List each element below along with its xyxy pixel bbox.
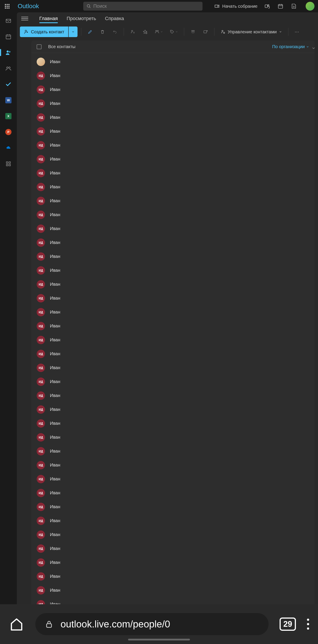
contact-avatar-initials: ИД	[37, 364, 45, 372]
contact-row[interactable]: ИДИван	[31, 152, 314, 166]
nav-toggle-button[interactable]	[21, 15, 28, 22]
start-meeting-button[interactable]: Начать собрание	[214, 3, 258, 9]
pencil-icon	[88, 29, 92, 34]
contact-row[interactable]: ИДИван	[31, 305, 314, 319]
contact-avatar-initials: ИД	[37, 294, 45, 302]
contact-row[interactable]: ИДИван	[31, 430, 314, 444]
manage-contacts-button[interactable]: Управление контактами	[218, 26, 285, 37]
contact-row[interactable]: ИДИван	[31, 583, 314, 597]
undo-icon	[112, 29, 117, 34]
contact-row[interactable]: ИДИван	[31, 277, 314, 291]
more-options-button[interactable]: ⋯	[292, 29, 302, 34]
rail-mail[interactable]	[4, 17, 12, 25]
search-box[interactable]	[83, 2, 202, 10]
add-to-group-button[interactable]	[152, 26, 166, 37]
contact-row[interactable]: ИДИван	[31, 347, 314, 361]
browser-menu-button[interactable]	[307, 618, 309, 630]
rail-groups[interactable]	[4, 64, 12, 72]
contact-row[interactable]: ИДИван	[31, 333, 314, 347]
undo-button[interactable]	[110, 26, 120, 37]
sort-button[interactable]: По организации	[272, 44, 309, 49]
contact-row[interactable]: ИДИван	[31, 96, 314, 110]
contact-row[interactable]: ИДИван	[31, 264, 314, 277]
edit-button[interactable]	[85, 26, 96, 37]
rail-todo[interactable]	[4, 80, 12, 88]
create-contact-dropdown[interactable]	[69, 26, 78, 37]
contact-row[interactable]: ИДИван	[31, 556, 314, 570]
contact-row[interactable]: ИДИван	[31, 291, 314, 305]
ribbon-collapse-button[interactable]	[312, 46, 316, 51]
browser-tabs-button[interactable]: 29	[280, 618, 296, 631]
contact-row[interactable]: ИДИван	[31, 319, 314, 333]
brand-logo[interactable]: Outlook	[18, 3, 39, 10]
add-category-button[interactable]	[167, 26, 180, 37]
contact-row[interactable]: ИДИван	[31, 402, 314, 416]
contact-row[interactable]: ИДИван	[31, 222, 314, 236]
contact-row[interactable]: ИДИван	[31, 514, 314, 528]
notes-button[interactable]	[290, 3, 297, 10]
contact-row[interactable]: ИДИван	[31, 138, 314, 152]
contact-row[interactable]: ИДИван	[31, 69, 314, 82]
url-bar[interactable]: outlook.live.com/people/0	[35, 613, 268, 635]
delete-button[interactable]	[97, 26, 108, 37]
tab-view[interactable]: Просмотреть	[67, 12, 96, 24]
contact-name: Иван	[50, 504, 60, 509]
tab-help[interactable]: Справка	[105, 12, 124, 24]
contact-row[interactable]: ИДИван	[31, 361, 314, 375]
contact-row[interactable]: ИДИван	[31, 180, 314, 194]
rail-powerpoint[interactable]: P	[4, 128, 12, 136]
teams-button[interactable]	[264, 3, 271, 10]
trash-icon	[100, 29, 105, 34]
contact-row[interactable]: ИДИван	[31, 458, 314, 472]
rail-word[interactable]: W	[4, 96, 12, 104]
contact-row[interactable]: ИДИван	[31, 388, 314, 402]
tab-home[interactable]: Главная	[39, 12, 58, 24]
rail-excel[interactable]: X	[4, 112, 12, 120]
contact-row[interactable]: ИДИван	[31, 82, 314, 96]
contact-row[interactable]: ИДИван	[31, 486, 314, 500]
contact-row[interactable]: ИДИван	[31, 444, 314, 458]
list-header: Все контакты По организации	[31, 40, 314, 53]
rail-more-apps[interactable]	[4, 160, 12, 168]
contact-row[interactable]: ИДИван	[31, 250, 314, 264]
contact-row[interactable]: ИДИван	[31, 194, 314, 208]
contact-row[interactable]: ИДИван	[31, 542, 314, 556]
contact-name: Иван	[50, 476, 60, 482]
contact-avatar-initials: ИД	[37, 586, 45, 594]
contact-row[interactable]: ИДИван	[31, 124, 314, 138]
link-contacts-button[interactable]	[188, 26, 198, 37]
app-launcher-button[interactable]	[4, 3, 10, 10]
contact-avatar-photo	[37, 58, 45, 66]
contact-name: Иван	[50, 518, 60, 523]
contact-row[interactable]: ИДИван	[31, 110, 314, 124]
rail-calendar[interactable]	[4, 33, 12, 40]
select-all-checkbox[interactable]	[37, 44, 42, 49]
people-group-icon	[154, 29, 160, 34]
contact-row[interactable]: ИДИван	[31, 208, 314, 222]
contact-avatar-initials: ИД	[37, 489, 45, 497]
contact-avatar-initials: ИД	[37, 419, 45, 428]
browser-home-button[interactable]	[9, 616, 24, 632]
contact-row[interactable]: Иван	[31, 55, 314, 69]
contact-row[interactable]: ИДИван	[31, 500, 314, 514]
create-contact-button[interactable]: Создать контакт	[20, 26, 68, 37]
person-add-icon	[24, 29, 29, 34]
add-to-list-button[interactable]	[128, 26, 138, 37]
rail-onedrive[interactable]	[4, 144, 12, 152]
search-input[interactable]	[94, 3, 199, 9]
contact-row[interactable]: ИДИван	[31, 236, 314, 250]
contact-avatar-initials: ИД	[37, 280, 45, 288]
contact-row[interactable]: ИДИван	[31, 570, 314, 583]
calendar-button[interactable]	[277, 3, 284, 10]
contact-name: Иван	[50, 101, 60, 106]
favorite-button[interactable]	[140, 26, 150, 37]
apps-icon	[5, 161, 12, 167]
contact-row[interactable]: ИДИван	[31, 375, 314, 388]
contact-row[interactable]: ИДИван	[31, 166, 314, 180]
rail-people[interactable]	[4, 48, 12, 56]
export-button[interactable]	[200, 26, 211, 37]
contact-row[interactable]: ИДИван	[31, 528, 314, 542]
contact-row[interactable]: ИДИван	[31, 416, 314, 430]
contact-row[interactable]: ИДИван	[31, 472, 314, 486]
user-avatar[interactable]	[306, 2, 314, 10]
